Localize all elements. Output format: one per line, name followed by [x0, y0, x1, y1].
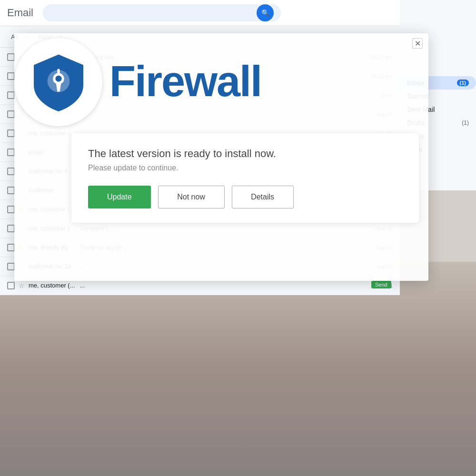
email-checkbox[interactable]: [7, 53, 15, 61]
email-checkbox[interactable]: [7, 72, 15, 80]
popup-close-btn[interactable]: ✕: [412, 38, 423, 49]
email-checkbox[interactable]: [7, 206, 15, 213]
email-checkbox[interactable]: [7, 282, 15, 289]
app-title: Email: [7, 7, 33, 19]
shield-container: [14, 38, 102, 126]
update-dialog: The latest version is ready to install n…: [71, 133, 419, 223]
firewall-title: Firewall: [109, 57, 261, 106]
drafts-badge: (1): [462, 119, 469, 126]
update-title: The latest version is ready to install n…: [88, 148, 402, 160]
star-icon[interactable]: ☆: [19, 282, 25, 289]
send-badge: Send: [371, 280, 391, 288]
search-bar[interactable]: 🔍: [43, 4, 281, 21]
update-buttons: Update Not now Details: [88, 186, 402, 208]
send-badge-text: Send: [371, 281, 391, 288]
inbox-badge: (1): [457, 79, 469, 86]
email-checkbox[interactable]: [7, 149, 15, 156]
email-sender: me, customer (...: [29, 282, 76, 289]
email-checkbox[interactable]: [7, 244, 15, 251]
email-checkbox[interactable]: [7, 168, 15, 175]
details-button[interactable]: Details: [232, 186, 294, 208]
email-checkbox[interactable]: [7, 129, 15, 137]
email-subject: ...: [80, 282, 372, 289]
email-checkbox[interactable]: [7, 91, 15, 99]
update-subtitle: Please update to continue.: [88, 164, 402, 172]
search-icon: 🔍: [261, 9, 269, 17]
email-checkbox[interactable]: [7, 225, 15, 232]
email-checkbox[interactable]: [7, 263, 15, 270]
svg-point-2: [55, 75, 61, 81]
email-checkbox[interactable]: [7, 110, 15, 118]
email-checkbox[interactable]: [7, 187, 15, 194]
shield-icon: [28, 51, 89, 113]
update-button[interactable]: Update: [88, 186, 151, 208]
not-now-button[interactable]: Not now: [158, 186, 225, 208]
search-button[interactable]: 🔍: [257, 4, 274, 21]
